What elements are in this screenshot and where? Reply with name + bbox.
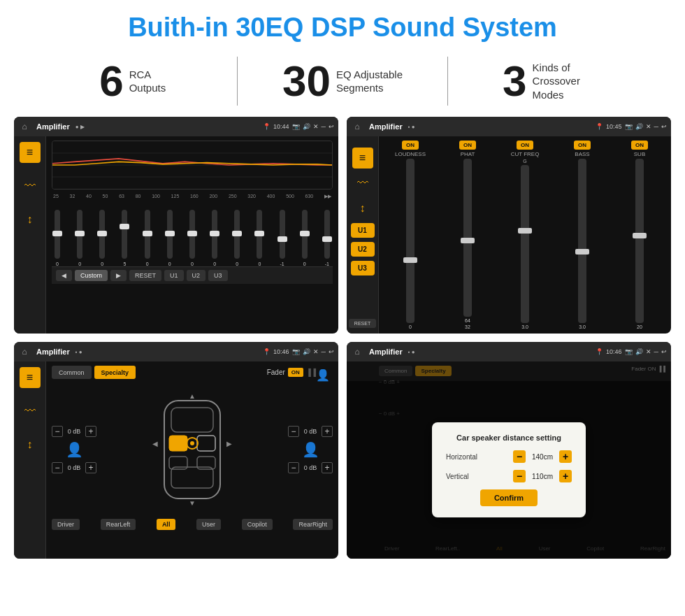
back-icon-2[interactable]: ↩: [661, 123, 667, 130]
xo-wave-icon[interactable]: 〰: [352, 173, 373, 194]
xo-slider-sub[interactable]: [635, 159, 644, 323]
right-minus-2[interactable]: −: [288, 462, 299, 473]
xo-eq-icon[interactable]: ≡: [352, 148, 373, 169]
vol-icon-1: 🔊: [303, 123, 310, 130]
status-icons-4: 📍 10:46 📷 🔊 ✕ ─ ↩: [596, 348, 667, 355]
app-title-3: Amplifier: [36, 348, 70, 356]
screen-crossover: ⌂ Amplifier ▪ ● 📍 10:45 📷 🔊 ✕ ─ ↩ ≡ 〰 ↕ …: [347, 117, 671, 334]
eq-slider-2: 0: [77, 210, 82, 266]
xo-val-phat: 64: [465, 318, 470, 323]
xo-slider-cutfreq[interactable]: [521, 165, 529, 323]
stat-label-crossover: Kinds ofCrossover Modes: [533, 61, 603, 102]
screen-dialog: ⌂ Amplifier ▪ ● 📍 10:46 📷 🔊 ✕ ─ ↩ Common…: [347, 342, 671, 559]
status-icons-3: 📍 10:46 📷 🔊 ✕ ─ ↩: [263, 348, 334, 355]
crossover-main: ON LOUDNESS 0 ON PHAT 64: [379, 136, 671, 334]
fader-eq-icon[interactable]: ≡: [20, 367, 41, 388]
fader-on-toggle[interactable]: ON: [288, 368, 303, 377]
btn-driver[interactable]: Driver: [52, 519, 80, 530]
x-icon-4: ✕: [646, 348, 651, 355]
xo-on-bass[interactable]: ON: [574, 141, 591, 150]
eq-u1-btn[interactable]: U1: [164, 270, 184, 281]
stat-divider-1: [237, 57, 238, 106]
xo-slider-phat[interactable]: [463, 159, 472, 317]
stat-rca: 6 RCAOutputs: [42, 59, 223, 103]
fader-sidebar: ≡ 〰 ↕: [14, 361, 46, 559]
status-icons-1: 📍 10:44 📷 🔊 ✕ ─ ↩: [263, 123, 334, 130]
fader-tab-specialty[interactable]: Specialty: [94, 366, 136, 379]
dialog-vertical-minus[interactable]: −: [513, 470, 526, 482]
back-icon-4[interactable]: ↩: [661, 348, 667, 355]
left-plus-2[interactable]: +: [85, 462, 96, 473]
back-icon-3[interactable]: ↩: [329, 348, 334, 355]
cam-icon-3: 📷: [292, 348, 300, 355]
btn-rearright[interactable]: RearRight: [293, 519, 333, 530]
dialog-vertical-plus[interactable]: +: [559, 470, 572, 482]
xo-on-cutfreq[interactable]: ON: [517, 141, 533, 150]
eq-custom-btn[interactable]: Custom: [75, 270, 108, 281]
fader-wave-icon[interactable]: 〰: [20, 401, 41, 422]
time-2: 10:45: [606, 123, 622, 130]
cam-icon-4: 📷: [625, 348, 633, 355]
xo-u3-btn[interactable]: U3: [351, 261, 375, 275]
vol-icon-4: 🔊: [635, 348, 643, 355]
xo-on-loudness[interactable]: ON: [402, 141, 419, 150]
xo-slider-loudness[interactable]: [406, 159, 414, 323]
xo-spk-icon[interactable]: ↕: [352, 198, 373, 219]
right-minus-1[interactable]: −: [288, 426, 299, 437]
home-icon-4[interactable]: ⌂: [351, 345, 363, 358]
eq-icon-speaker[interactable]: ↕: [20, 209, 41, 230]
dialog-box: Car speaker distance setting Horizontal …: [432, 422, 586, 517]
eq-play-btn[interactable]: ▶: [110, 270, 127, 281]
btn-rearleft[interactable]: RearLeft: [101, 519, 136, 530]
fader-tab-common[interactable]: Common: [52, 366, 92, 379]
xo-u2-btn[interactable]: U2: [351, 242, 375, 257]
svg-point-10: [190, 441, 194, 445]
dialog-horizontal-plus[interactable]: +: [559, 450, 572, 463]
stat-number-eq: 30: [282, 59, 331, 103]
right-plus-1[interactable]: +: [322, 426, 333, 437]
xo-label-sub: SUB: [634, 151, 645, 157]
xo-slider-bass[interactable]: [578, 159, 586, 323]
fader-tabs: Common Specialty Fader ON ▐▐ 👤: [52, 366, 333, 379]
eq-slider-5: 0: [145, 210, 150, 266]
xo-u1-btn[interactable]: U1: [351, 223, 375, 238]
dialog-horizontal-minus[interactable]: −: [513, 450, 526, 463]
car-svg: ▲ ▼ ◀ ▶: [147, 390, 238, 509]
xo-val-phat2: 32: [465, 324, 470, 329]
home-icon-1[interactable]: ⌂: [18, 120, 31, 133]
dialog-vertical-label: Vertical: [446, 473, 469, 480]
eq-bottom-bar: ◀ Custom ▶ RESET U1 U2 U3: [52, 266, 333, 284]
xo-label-bass: BASS: [575, 151, 589, 157]
eq-reset-btn[interactable]: RESET: [129, 270, 161, 281]
xo-reset-btn[interactable]: RESET: [349, 319, 376, 328]
left-minus-1[interactable]: −: [52, 426, 63, 437]
eq-prev-btn[interactable]: ◀: [56, 270, 72, 281]
stat-number-rca: 6: [99, 59, 123, 103]
right-db-val-1: 0 dB: [301, 428, 320, 435]
home-icon-2[interactable]: ⌂: [351, 120, 363, 133]
eq-icon-active[interactable]: ≡: [20, 142, 41, 163]
app-title-1: Amplifier: [36, 122, 70, 131]
xo-on-phat[interactable]: ON: [459, 141, 476, 150]
left-db-row-1: − 0 dB +: [52, 426, 96, 437]
time-4: 10:46: [606, 348, 622, 355]
left-plus-1[interactable]: +: [85, 426, 96, 437]
eq-icon-wave[interactable]: 〰: [20, 176, 41, 196]
btn-user[interactable]: User: [196, 519, 221, 530]
svg-rect-5: [171, 408, 213, 432]
xo-on-sub[interactable]: ON: [631, 141, 648, 150]
fader-spk-icon[interactable]: ↕: [20, 434, 41, 455]
confirm-button[interactable]: Confirm: [480, 489, 538, 506]
right-plus-2[interactable]: +: [322, 462, 333, 473]
back-icon-1[interactable]: ↩: [329, 123, 334, 130]
eq-slider-10: 0: [257, 210, 262, 266]
btn-all[interactable]: All: [157, 519, 176, 530]
eq-u3-btn[interactable]: U3: [208, 270, 228, 281]
left-minus-2[interactable]: −: [52, 462, 63, 473]
status-dots-2: ▪ ●: [408, 124, 415, 130]
btn-copilot[interactable]: Copilot: [242, 519, 273, 530]
eq-u2-btn[interactable]: U2: [187, 270, 206, 281]
eq-slider-7: 0: [189, 210, 195, 266]
home-icon-3[interactable]: ⌂: [18, 345, 31, 358]
svg-text:▲: ▲: [189, 392, 196, 400]
